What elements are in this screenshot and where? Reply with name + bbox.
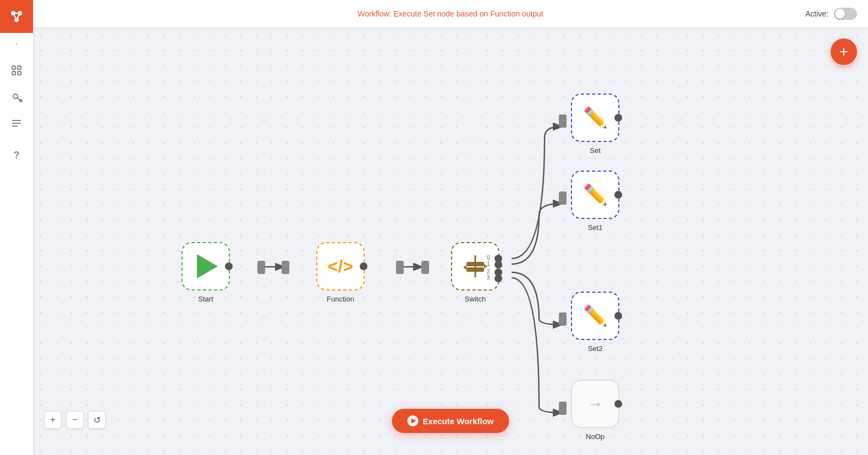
pencil-icon-set: ✏️: [583, 106, 608, 129]
node-set1[interactable]: ✏️ Set1: [571, 171, 619, 232]
node-set1-label: Set1: [588, 223, 603, 232]
svg-marker-21: [463, 265, 466, 270]
svg-rect-6: [12, 66, 15, 69]
node-function-box[interactable]: </>: [316, 242, 365, 290]
switch-output-1[interactable]: 1: [495, 261, 502, 268]
workflow-canvas[interactable]: +: [33, 28, 868, 455]
sidebar: › ?: [0, 0, 33, 455]
execute-play-icon: [408, 415, 419, 426]
node-set[interactable]: ✏️ Set: [571, 94, 619, 155]
pencil-icon-set2: ✏️: [583, 304, 608, 327]
node-function-output-port[interactable]: [360, 262, 367, 270]
execute-workflow-button[interactable]: Execute Workflow: [392, 409, 509, 433]
header: Workflow: Execute Set node based on Func…: [33, 0, 868, 28]
node-start-box[interactable]: [182, 242, 230, 290]
switch-output-3[interactable]: 3: [495, 275, 502, 282]
node-start-output-port[interactable]: [225, 262, 233, 270]
code-icon: </>: [328, 256, 353, 277]
node-noop-output-port[interactable]: [614, 400, 622, 408]
zoom-controls: + − ↺: [44, 411, 106, 429]
sidebar-item-integrations[interactable]: [4, 58, 29, 83]
port-set2-in: [559, 313, 567, 326]
connections-svg: [33, 28, 868, 455]
node-switch[interactable]: 0 1 2 3 Swi: [451, 242, 499, 303]
main-area: Workflow: Execute Set node based on Func…: [33, 0, 868, 455]
node-start[interactable]: Start: [182, 242, 230, 303]
sidebar-nav: ?: [4, 53, 29, 455]
node-set-box[interactable]: ✏️: [571, 94, 619, 142]
node-set1-output-port[interactable]: [614, 191, 622, 199]
node-start-label: Start: [198, 295, 213, 303]
port-switch-in: [421, 261, 429, 274]
svg-point-10: [13, 94, 18, 98]
node-set2[interactable]: ✏️ Set2: [571, 292, 619, 353]
sidebar-item-help[interactable]: ?: [4, 143, 29, 167]
sidebar-item-executions[interactable]: [4, 111, 29, 135]
node-set2-label: Set2: [588, 344, 603, 353]
port-set-in: [559, 114, 567, 128]
active-label: Active:: [805, 9, 828, 18]
node-set2-box[interactable]: ✏️: [571, 292, 619, 340]
add-node-button[interactable]: +: [831, 39, 857, 65]
toggle-knob: [835, 9, 845, 19]
play-icon: [197, 254, 218, 278]
sidebar-collapse-button[interactable]: ›: [0, 33, 33, 53]
pencil-icon-set1: ✏️: [583, 183, 608, 206]
node-noop[interactable]: → NoOp: [571, 380, 619, 441]
port-function-out: [396, 261, 404, 274]
node-set-label: Set: [590, 146, 601, 155]
svg-rect-8: [12, 72, 15, 75]
node-noop-label: NoOp: [586, 432, 605, 441]
sidebar-logo[interactable]: [0, 0, 33, 33]
node-set1-box[interactable]: ✏️: [571, 171, 619, 219]
header-title: Workflow: Execute Set node based on Func…: [358, 9, 543, 18]
node-switch-label: Switch: [465, 295, 486, 303]
port-noop-in: [559, 402, 567, 415]
signpost-icon: [462, 253, 488, 279]
workflow-name[interactable]: Execute Set node based on Function outpu…: [393, 9, 543, 18]
zoom-out-button[interactable]: −: [66, 411, 84, 429]
execute-label: Execute Workflow: [423, 416, 494, 426]
port-start-out: [257, 261, 265, 274]
header-right: Active:: [805, 8, 857, 20]
arrow-right-icon: →: [587, 394, 603, 413]
reset-zoom-button[interactable]: ↺: [88, 411, 106, 429]
sidebar-item-credentials[interactable]: [4, 85, 29, 109]
active-toggle[interactable]: [834, 8, 857, 20]
node-set2-output-port[interactable]: [614, 312, 622, 320]
workflow-label: Workflow:: [358, 9, 391, 18]
port-function-in: [282, 261, 289, 274]
svg-rect-7: [18, 66, 21, 69]
zoom-in-button[interactable]: +: [44, 411, 62, 429]
node-function[interactable]: </> Function: [316, 242, 365, 303]
svg-rect-9: [18, 72, 21, 75]
node-switch-box[interactable]: 0 1 2 3: [451, 242, 499, 290]
port-set1-in: [559, 191, 567, 205]
node-function-label: Function: [327, 295, 354, 303]
node-noop-box[interactable]: →: [571, 380, 619, 428]
node-set-output-port[interactable]: [614, 114, 622, 122]
